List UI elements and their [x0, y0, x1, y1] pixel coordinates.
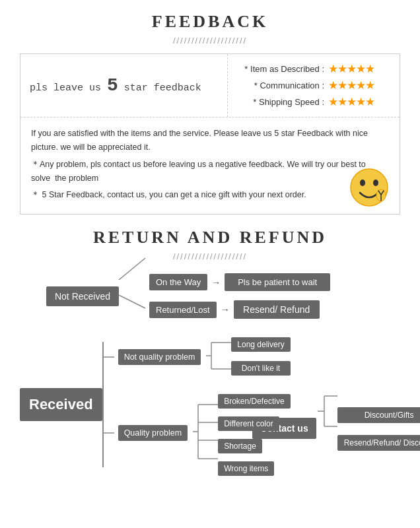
quality-problem-box: Quality problem: [118, 425, 188, 441]
not-quality-group: Not quality problem Long delivery Don't …: [104, 339, 233, 376]
svg-line-7: [119, 258, 145, 280]
dont-like-box: Don't like it: [231, 361, 290, 376]
on-the-way-box: On the Way: [149, 274, 207, 290]
stars-1: ★★★★★: [328, 62, 374, 76]
not-received-box: Not Received: [46, 286, 119, 306]
feedback-box: pls leave us 5 star feedback * Item as D…: [20, 53, 400, 214]
not-received-flow: Not Received On the Way → Pls be patient…: [46, 273, 407, 319]
feedback-body-1: If you are satisfied with the items and …: [31, 127, 389, 155]
broken-defective-box: Broken/Defective: [218, 394, 290, 409]
diff-color-box: Different color: [218, 416, 279, 431]
svg-point-2: [373, 180, 378, 186]
rating-row-2: * Communication : ★★★★★: [238, 79, 389, 92]
returned-lost-box: Returned/Lost: [149, 302, 217, 318]
resend-refund-box: Resend/ Refund: [234, 300, 320, 319]
svg-point-1: [360, 180, 365, 186]
discount-gifts-box: Discount/Gifts: [337, 407, 420, 423]
feedback-body-2: ＊Any problem, pls contact us before leav…: [31, 158, 389, 186]
arrow-1: →: [211, 277, 221, 288]
stars-2: ★★★★★: [328, 79, 374, 92]
resend-refund-discount-box: Resend/Refund/ Discount: [337, 435, 420, 451]
patient-box: Pls be patient to wait: [225, 273, 330, 291]
refund-title: RETURN AND REFUND: [13, 228, 407, 248]
received-box: Received: [20, 388, 102, 421]
feedback-section: FEEDBACK //////////////////// pls leave …: [0, 0, 420, 221]
shortage-box: Shortage: [218, 439, 262, 453]
wrong-items-box: Wrong items: [218, 461, 274, 476]
rating-label-3: * Shipping Speed :: [238, 97, 324, 107]
refund-divider: ////////////////////: [13, 251, 407, 261]
smiley-icon: [349, 168, 389, 207]
feedback-top: pls leave us 5 star feedback * Item as D…: [20, 54, 400, 117]
feedback-bottom: If you are satisfied with the items and …: [20, 117, 400, 214]
rating-row-3: * Shipping Speed : ★★★★★: [238, 95, 389, 109]
not-quality-box: Not quality problem: [118, 349, 201, 365]
rating-label-1: * Item as Described :: [238, 64, 324, 74]
feedback-body-3: ＊ 5 Star Feedback, contact us, you can g…: [31, 188, 389, 202]
refund-section: RETURN AND REFUND //////////////////// N…: [0, 221, 420, 484]
svg-line-8: [119, 295, 145, 308]
quality-group: Quality problem Broken/Defective: [104, 395, 233, 471]
feedback-divider: ////////////////////: [20, 36, 400, 46]
arrow-2: →: [221, 304, 230, 315]
feedback-left-text: pls leave us 5 star feedback: [30, 75, 201, 96]
received-flow: Received Not quality problem: [13, 339, 407, 471]
returned-lost-branch: Returned/Lost → Resend/ Refund: [119, 300, 330, 319]
stars-3: ★★★★★: [328, 95, 374, 109]
on-the-way-branch: On the Way → Pls be patient to wait: [119, 273, 330, 291]
feedback-title: FEEDBACK: [20, 12, 400, 32]
long-delivery-box: Long delivery: [231, 337, 290, 352]
feedback-left: pls leave us 5 star feedback: [20, 54, 228, 117]
feedback-right: * Item as Described : ★★★★★ * Communicat…: [228, 54, 400, 117]
rating-label-2: * Communication :: [238, 81, 324, 90]
rating-row-1: * Item as Described : ★★★★★: [238, 62, 389, 76]
